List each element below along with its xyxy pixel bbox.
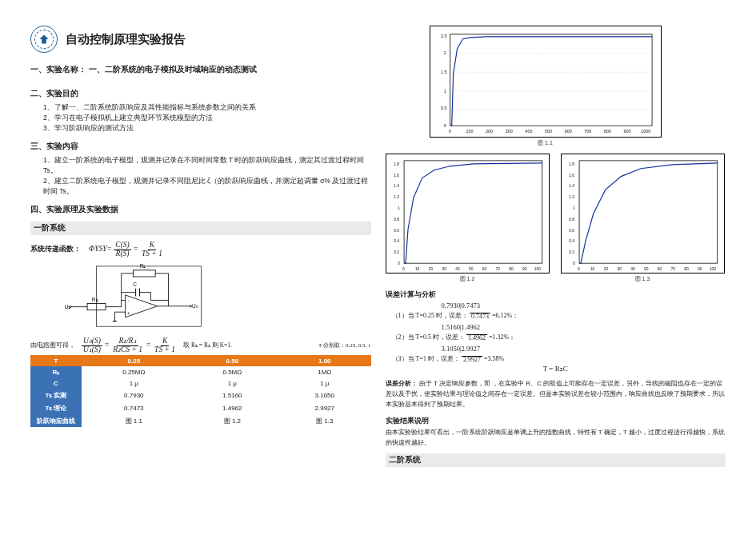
svg-text:1.8: 1.8 bbox=[394, 162, 399, 166]
svg-text:100: 100 bbox=[709, 267, 715, 271]
svg-text:0: 0 bbox=[398, 262, 400, 266]
svg-text:1.6: 1.6 bbox=[394, 174, 399, 178]
err-line1: （1）当 T=0.25 时，误差： 0.7473 =6.12%； bbox=[392, 311, 726, 320]
svg-text:0.4: 0.4 bbox=[569, 240, 574, 244]
err-analysis-para: 误差分析： 由于 T 决定响应参数，而 ，在实验中 R、C 的取值上可能存在一定… bbox=[386, 379, 726, 409]
svg-text:1.5: 1.5 bbox=[440, 70, 446, 74]
svg-text:60: 60 bbox=[657, 267, 662, 271]
svg-text:−: − bbox=[127, 298, 130, 303]
tf-den1: R(S) bbox=[114, 250, 131, 258]
section-theory-h: 四、实验原理及实验数据 bbox=[30, 204, 371, 215]
svg-rect-71 bbox=[579, 161, 718, 263]
derivation-line: 由电路图可得， U₀(S)U₁(S) = R₂/R₁R₂CS + 1 = KTS… bbox=[30, 337, 371, 353]
err-lead-frac: 0.7930|0.7473 bbox=[442, 301, 726, 309]
svg-text:100: 100 bbox=[534, 267, 540, 271]
svg-rect-31 bbox=[450, 34, 651, 126]
svg-text:200: 200 bbox=[486, 129, 493, 134]
svg-text:500: 500 bbox=[545, 129, 552, 134]
svg-text:60: 60 bbox=[482, 267, 486, 271]
circuit-r2-label: R₂ bbox=[140, 264, 146, 269]
svg-text:1000: 1000 bbox=[641, 129, 650, 134]
svg-text:70: 70 bbox=[495, 267, 500, 271]
svg-text:1: 1 bbox=[398, 206, 400, 210]
svg-text:1.2: 1.2 bbox=[569, 195, 574, 199]
svg-text:1.4: 1.4 bbox=[394, 184, 399, 188]
svg-text:30: 30 bbox=[617, 267, 622, 271]
svg-text:50: 50 bbox=[468, 267, 473, 271]
chart-fig11: 0 0.5 1 1.5 2 2.5 0 100 200 300 400 500 … bbox=[430, 26, 662, 138]
svg-text:80: 80 bbox=[509, 267, 514, 271]
tf-row: 系统传递函数： ΦYSY= C(S)R(S) = KTS + 1 bbox=[30, 242, 371, 258]
circuit-c-label: C bbox=[133, 282, 137, 288]
svg-text:1.4: 1.4 bbox=[569, 184, 574, 188]
svg-text:2.5: 2.5 bbox=[440, 34, 446, 38]
tf-left: ΦYSY= bbox=[89, 245, 112, 253]
svg-rect-1 bbox=[133, 270, 155, 277]
section-content-h: 三、实验内容 bbox=[30, 141, 371, 152]
svg-text:600: 600 bbox=[564, 129, 571, 134]
svg-text:50: 50 bbox=[643, 267, 648, 271]
chart-fig13: 0 0.2 0.4 0.6 0.8 1 1.2 1.4 1.6 1.8 0 10… bbox=[561, 154, 725, 273]
svg-text:20: 20 bbox=[428, 267, 433, 271]
th-t: T bbox=[30, 355, 82, 366]
list-item: 1、了解一、二阶系统阶跃响应及其性能指标与系统参数之间的关系 bbox=[43, 102, 371, 113]
first-order-h: 一阶系统 bbox=[30, 222, 371, 235]
svg-text:0: 0 bbox=[448, 129, 450, 134]
err-line3: （3）当 T=1 时，误差： 2.9927 =3.58% bbox=[392, 354, 726, 363]
chart-fig12: 0 0.2 0.4 0.6 0.8 1 1.2 1.4 1.6 1.8 0 10… bbox=[386, 154, 550, 273]
err3-mid: 3.1050|2.9927 bbox=[442, 345, 726, 353]
svg-text:0: 0 bbox=[443, 123, 446, 128]
svg-text:0.6: 0.6 bbox=[394, 229, 399, 233]
svg-point-24 bbox=[70, 306, 71, 308]
err2-mid: 1.5160|1.4962 bbox=[442, 323, 726, 331]
svg-text:0.4: 0.4 bbox=[394, 240, 399, 244]
svg-text:0.2: 0.2 bbox=[569, 250, 574, 254]
svg-text:0: 0 bbox=[402, 267, 405, 271]
caption-13: 图 1.3 bbox=[561, 275, 725, 283]
svg-text:10: 10 bbox=[414, 267, 419, 271]
section-purpose-h: 二、实验目的 bbox=[30, 88, 371, 99]
svg-text:0.5: 0.5 bbox=[440, 106, 446, 110]
svg-text:400: 400 bbox=[525, 129, 532, 134]
svg-text:1.6: 1.6 bbox=[569, 174, 574, 178]
svg-text:90: 90 bbox=[522, 267, 527, 271]
svg-text:20: 20 bbox=[603, 267, 608, 271]
experiment-name-line: 一、实验名称： 一、二阶系统的电子模拟及时域响应的动态测试 bbox=[30, 64, 371, 75]
list-item: 2、建立二阶系统电子模型，观测并记录不同阻尼比 ζ（的阶跃响应曲线，并测定超调量… bbox=[43, 176, 371, 197]
svg-point-25 bbox=[190, 305, 191, 307]
t-formula: T = R₂C bbox=[386, 365, 726, 373]
th-c1: 0.25 bbox=[82, 355, 186, 366]
result-body: 由本实验验结果可看出，一阶系统阶跃响应是单调上升的指数曲线，特性有 T 确定，T… bbox=[386, 428, 726, 449]
svg-text:0.8: 0.8 bbox=[394, 218, 399, 222]
svg-text:40: 40 bbox=[455, 267, 460, 271]
deriv-prefix: 由电路图可得， bbox=[30, 341, 75, 349]
svg-text:1.2: 1.2 bbox=[394, 195, 399, 199]
deriv-tail: 取 R₂ = R₁ 则 K=1. bbox=[183, 341, 232, 349]
svg-text:700: 700 bbox=[584, 129, 591, 134]
list-item: 2、学习在电子模拟机上建立典型环节系统模型的方法 bbox=[43, 113, 371, 123]
experiment-name: 一、二阶系统的电子模拟及时域响应的动态测试 bbox=[89, 65, 257, 74]
th-c3: 1.00 bbox=[278, 355, 370, 366]
caption-11: 图 1.1 bbox=[430, 139, 662, 147]
svg-text:1.8: 1.8 bbox=[569, 162, 574, 166]
svg-text:40: 40 bbox=[630, 267, 635, 271]
tf-formula: ΦYSY= C(S)R(S) = KTS + 1 bbox=[89, 242, 164, 258]
err-analysis-bold: 误差分析： bbox=[386, 380, 418, 387]
svg-text:1: 1 bbox=[573, 206, 575, 210]
doc-header: 自动控制原理实验报告 bbox=[30, 26, 371, 53]
svg-text:70: 70 bbox=[670, 267, 675, 271]
svg-text:0: 0 bbox=[573, 262, 575, 266]
err-line2: （2）当 T=0.5 时，误差： 1.4962 =1.32%； bbox=[392, 333, 726, 341]
svg-text:800: 800 bbox=[603, 129, 610, 134]
circuit-u0-label: U₀ bbox=[192, 304, 198, 309]
svg-rect-0 bbox=[97, 266, 202, 326]
th-c2: 0.50 bbox=[186, 355, 278, 366]
plane-icon bbox=[38, 34, 50, 45]
svg-text:2: 2 bbox=[443, 50, 446, 55]
data-table: T 0.25 0.50 1.00 R₁0.25MΩ0.5MΩ1MΩ C1 μ1 … bbox=[30, 355, 371, 427]
svg-text:0: 0 bbox=[578, 267, 580, 271]
tf-label: 系统传递函数： bbox=[30, 245, 81, 254]
circuit-diagram: R₂ C U₁ R₁ − bbox=[62, 262, 206, 334]
purpose-list: 1、了解一、二阶系统阶跃响应及其性能指标与系统参数之间的关系 2、学习在电子模拟… bbox=[30, 102, 371, 133]
doc-title: 自动控制原理实验报告 bbox=[66, 32, 186, 47]
